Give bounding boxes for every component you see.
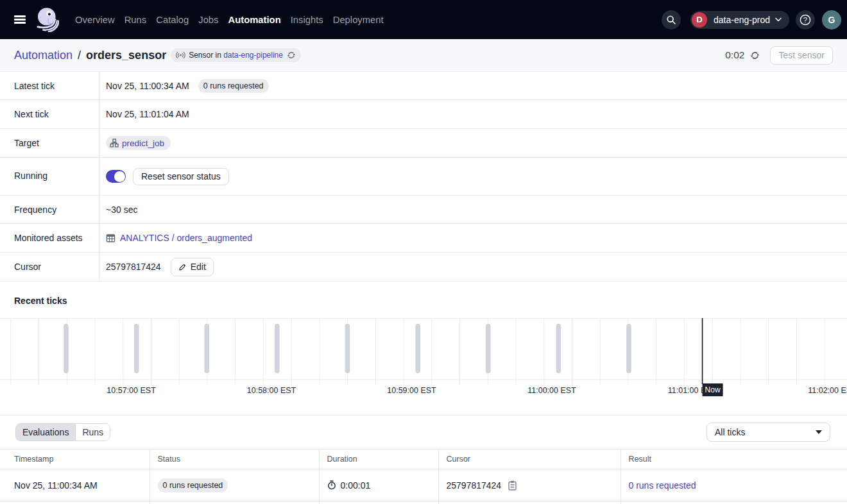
svg-text:11:00:00 EST: 11:00:00 EST — [527, 386, 576, 395]
svg-text:Now: Now — [705, 385, 721, 394]
svg-text:11:02:00 EST: 11:02:00 EST — [808, 386, 847, 395]
svg-text:10:59:00 EST: 10:59:00 EST — [387, 386, 436, 395]
svg-text:?: ? — [803, 16, 807, 24]
svg-text:10:58:00 EST: 10:58:00 EST — [247, 386, 296, 395]
svg-text:10:57:00 EST: 10:57:00 EST — [107, 386, 156, 395]
